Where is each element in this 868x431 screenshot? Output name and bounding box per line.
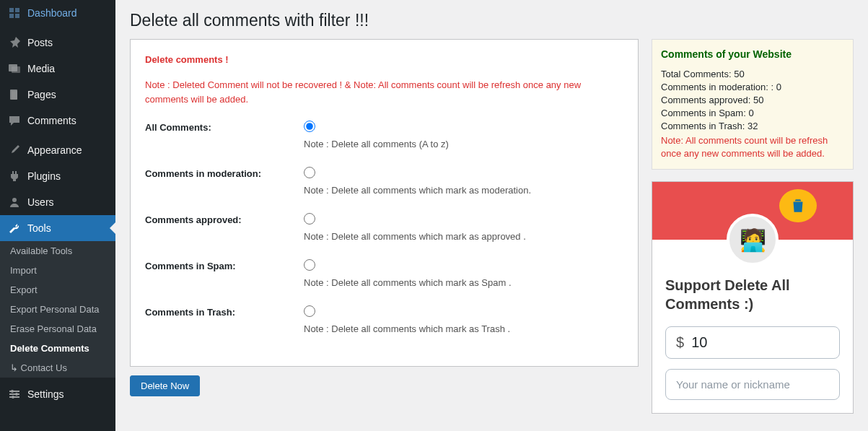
radio-trash[interactable]	[304, 305, 315, 317]
sidebar-item-appearance[interactable]: Appearance	[0, 137, 115, 163]
radio-moderation[interactable]	[304, 167, 315, 178]
stats-note: Note: All comments count will be refresh…	[661, 134, 844, 160]
page-title: Delete all comments with filter !!!	[130, 0, 854, 39]
tools-submenu: Available Tools Import Export Export Per…	[0, 241, 115, 378]
option-note: Note : Delete all comments which mark as…	[304, 185, 623, 196]
sidebar-item-dashboard[interactable]: Dashboard	[0, 0, 115, 26]
sidebar-item-pages[interactable]: Pages	[0, 82, 115, 108]
option-spam: Comments in Spam: Note : Delete all comm…	[145, 259, 623, 288]
svg-rect-12	[797, 204, 799, 210]
menu-label: Comments	[27, 115, 76, 126]
support-card: 🧑‍💻 Support Delete All Comments :) $ 10	[652, 181, 854, 414]
wrench-icon	[7, 221, 22, 235]
svg-point-9	[15, 393, 18, 396]
submenu-export[interactable]: Export	[0, 280, 115, 300]
menu-label: Dashboard	[27, 7, 77, 19]
menu-label: Posts	[27, 37, 53, 48]
plug-icon	[7, 169, 22, 183]
sidebar-item-tools[interactable]: Tools	[0, 215, 115, 241]
main-content: Delete all comments with filter !!! Dele…	[115, 0, 868, 431]
option-approved: Comments approved: Note : Delete all com…	[145, 213, 623, 242]
option-label: All Comments:	[145, 121, 304, 149]
trash-icon	[779, 189, 817, 222]
brush-icon	[7, 143, 22, 157]
sidebar-item-users[interactable]: Users	[0, 189, 115, 215]
option-note: Note : Delete all comments which mark as…	[304, 323, 623, 334]
form-title: Delete comments !	[145, 54, 623, 65]
sidebar-item-posts[interactable]: Posts	[0, 30, 115, 56]
user-icon	[7, 195, 22, 209]
support-title: Support Delete All Comments :)	[665, 276, 840, 313]
menu-label: Media	[27, 63, 55, 74]
menu-label: Appearance	[27, 144, 82, 156]
svg-rect-13	[799, 204, 801, 210]
name-input[interactable]	[665, 369, 840, 400]
sidebar-item-settings[interactable]: Settings	[0, 381, 115, 407]
option-label: Comments in Spam:	[145, 259, 304, 288]
radio-all-comments[interactable]	[304, 121, 315, 132]
svg-point-8	[11, 390, 14, 393]
option-note: Note : Delete all comments which mark as…	[304, 231, 623, 242]
stat-spam: Comments in Spam: 0	[661, 108, 844, 118]
stat-total: Total Comments: 50	[661, 69, 844, 79]
page-icon	[7, 87, 22, 102]
admin-sidebar: Dashboard Posts Media Pages Comments App…	[0, 0, 115, 431]
submenu-available-tools[interactable]: Available Tools	[0, 241, 115, 261]
amount-value: 10	[691, 334, 829, 351]
menu-label: Plugins	[27, 170, 61, 182]
menu-label: Settings	[27, 388, 64, 400]
dashboard-icon	[7, 6, 22, 20]
menu-label: Tools	[27, 222, 51, 234]
option-label: Comments approved:	[145, 213, 304, 242]
stat-moderation: Comments in moderation: : 0	[661, 82, 844, 92]
gear-icon	[7, 387, 22, 401]
form-note: Note : Deleted Comment will not be recov…	[145, 78, 623, 106]
delete-now-button[interactable]: Delete Now	[130, 375, 200, 396]
radio-approved[interactable]	[304, 213, 315, 225]
option-trash: Comments in Trash: Note : Delete all com…	[145, 305, 623, 334]
svg-point-4	[12, 198, 17, 202]
pin-icon	[7, 35, 22, 50]
stats-card: Comments of your Website Total Comments:…	[652, 39, 854, 170]
sidebar-item-media[interactable]: Media	[0, 56, 115, 82]
svg-point-10	[12, 396, 14, 399]
sidebar-item-comments[interactable]: Comments	[0, 108, 115, 134]
avatar: 🧑‍💻	[727, 214, 779, 266]
support-banner: 🧑‍💻	[652, 182, 853, 240]
delete-form-card: Delete comments ! Note : Deleted Comment…	[130, 39, 639, 367]
option-label: Comments in moderation:	[145, 167, 304, 196]
svg-rect-1	[12, 66, 20, 73]
comment-icon	[7, 113, 22, 128]
sidebar-item-plugins[interactable]: Plugins	[0, 163, 115, 189]
option-all: All Comments: Note : Delete all comments…	[145, 121, 623, 149]
option-note: Note : Delete all comments which mark as…	[304, 277, 623, 288]
submenu-erase-personal[interactable]: Erase Personal Data	[0, 319, 115, 339]
menu-label: Users	[27, 196, 54, 208]
menu-label: Pages	[27, 89, 56, 100]
option-label: Comments in Trash:	[145, 305, 304, 334]
stat-approved: Comments approved: 50	[661, 95, 844, 105]
media-icon	[7, 61, 22, 76]
submenu-delete-comments[interactable]: Delete Comments	[0, 339, 115, 358]
currency-label: $	[676, 334, 684, 351]
submenu-export-personal[interactable]: Export Personal Data	[0, 300, 115, 319]
radio-spam[interactable]	[304, 259, 315, 271]
stats-title: Comments of your Website	[661, 48, 844, 60]
option-moderation: Comments in moderation: Note : Delete al…	[145, 167, 623, 196]
submenu-import[interactable]: Import	[0, 261, 115, 280]
option-note: Note : Delete all comments (A to z)	[304, 139, 623, 149]
submenu-contact[interactable]: ↳ Contact Us	[0, 358, 115, 378]
stat-trash: Comments in Trash: 32	[661, 121, 844, 131]
amount-input[interactable]: $ 10	[665, 326, 840, 359]
svg-rect-11	[796, 204, 797, 210]
svg-rect-3	[12, 91, 17, 100]
